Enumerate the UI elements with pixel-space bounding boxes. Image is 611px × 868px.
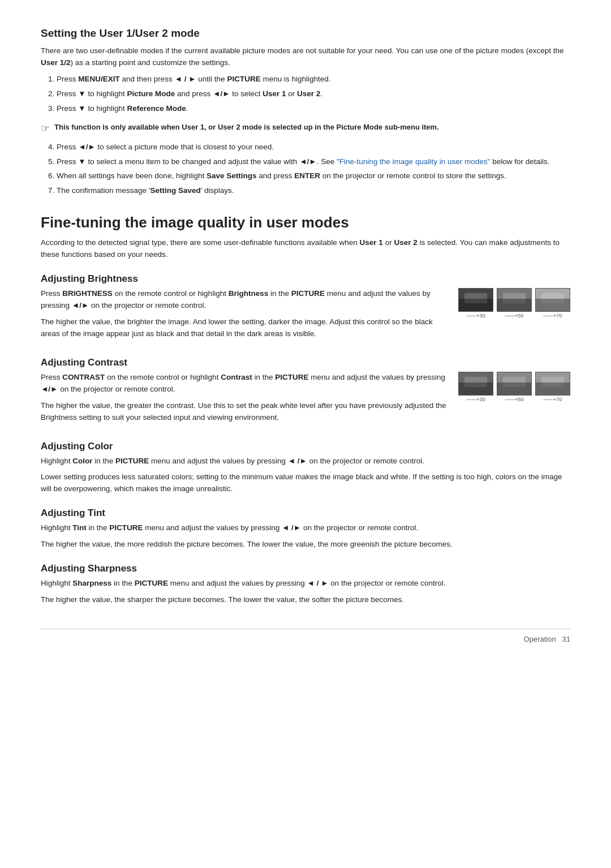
sharpness-para2: The higher the value, the sharper the pi… <box>41 594 570 606</box>
sharpness-para1: Highlight Sharpness in the PICTURE menu … <box>41 578 570 590</box>
brightness-label-30: ——+30 <box>466 313 485 319</box>
contrast-img-3: ——+70 <box>535 372 570 402</box>
brightness-content: Press BRIGHTNESS on the remote control o… <box>41 288 570 345</box>
tint-para1: Highlight Tint in the PICTURE menu and a… <box>41 522 570 534</box>
contrast-para2: The higher the value, the greater the co… <box>41 400 448 424</box>
contrast-label-30: ——+30 <box>466 397 485 402</box>
contrast-images: ——+30 ——+50 ——+70 <box>458 372 570 402</box>
color-heading: Adjusting Color <box>41 441 570 452</box>
section1-steps-list: Press MENU/EXIT and then press ◄ / ► unt… <box>57 74 570 115</box>
brightness-para2: The higher the value, the brighter the i… <box>41 316 448 340</box>
brightness-thumb-30 <box>458 288 493 312</box>
contrast-thumb-70 <box>535 372 570 396</box>
section1-intro: There are two user-definable modes if th… <box>41 45 570 69</box>
color-para2: Lower setting produces less saturated co… <box>41 471 570 495</box>
subsection-tint: Adjusting Tint Highlight Tint in the PIC… <box>41 508 570 551</box>
sharpness-heading: Adjusting Sharpness <box>41 563 570 574</box>
contrast-img-1: ——+30 <box>458 372 493 402</box>
note-box: ☞ This function is only available when U… <box>41 122 570 135</box>
contrast-thumb-30 <box>458 372 493 396</box>
step-6: When all settings have been done, highli… <box>57 170 570 182</box>
contrast-img-row: ——+30 ——+50 ——+70 <box>458 372 570 402</box>
contrast-thumb-50 <box>497 372 532 396</box>
contrast-heading: Adjusting Contrast <box>41 357 570 368</box>
brightness-img-2: ——+50 <box>497 288 532 319</box>
note-text: This function is only available when Use… <box>54 122 439 133</box>
subsection-contrast: Adjusting Contrast Press CONTRAST on the… <box>41 357 570 428</box>
brightness-thumb-70 <box>535 288 570 312</box>
section2-intro: According to the detected signal type, t… <box>41 237 570 261</box>
finetuning-link[interactable]: "Fine-tuning the image quality in user m… <box>337 157 490 166</box>
subsection-brightness: Adjusting Brightness Press BRIGHTNESS on… <box>41 273 570 345</box>
step-2: Press ▼ to highlight Picture Mode and pr… <box>57 88 570 100</box>
step-3: Press ▼ to highlight Reference Mode. <box>57 103 570 115</box>
brightness-para1: Press BRIGHTNESS on the remote control o… <box>41 288 448 312</box>
contrast-para1: Press CONTRAST on the remote control or … <box>41 372 448 396</box>
brightness-img-1: ——+30 <box>458 288 493 319</box>
section1-steps2-list: Press ◄/► to select a picture mode that … <box>57 141 570 197</box>
tint-heading: Adjusting Tint <box>41 508 570 519</box>
note-icon: ☞ <box>41 122 50 135</box>
color-para1: Highlight Color in the PICTURE menu and … <box>41 456 570 467</box>
section1-heading: Setting the User 1/User 2 mode <box>41 27 570 40</box>
contrast-label-50: ——+50 <box>505 397 523 402</box>
brightness-images: ——+30 ——+50 ——+70 <box>458 288 570 319</box>
footer: Operation 31 <box>41 629 570 643</box>
brightness-heading: Adjusting Brightness <box>41 273 570 285</box>
subsection-sharpness: Adjusting Sharpness Highlight Sharpness … <box>41 563 570 606</box>
subsection-color: Adjusting Color Highlight Color in the P… <box>41 441 570 496</box>
brightness-label-70: ——+70 <box>543 313 562 319</box>
brightness-text: Press BRIGHTNESS on the remote control o… <box>41 288 448 345</box>
contrast-content: Press CONTRAST on the remote control or … <box>41 372 570 428</box>
contrast-label-70: ——+70 <box>543 397 562 402</box>
section2-heading: Fine-tuning the image quality in user mo… <box>41 214 570 231</box>
contrast-text: Press CONTRAST on the remote control or … <box>41 372 448 428</box>
brightness-img-3: ——+70 <box>535 288 570 319</box>
brightness-label-50: ——+50 <box>505 313 523 319</box>
bold-user12: User 1/2 <box>41 58 71 67</box>
step-1: Press MENU/EXIT and then press ◄ / ► unt… <box>57 74 570 85</box>
step-7: The confirmation message 'Setting Saved'… <box>57 185 570 197</box>
contrast-img-2: ——+50 <box>497 372 532 402</box>
brightness-thumb-50 <box>497 288 532 312</box>
brightness-img-row: ——+30 ——+50 ——+70 <box>458 288 570 319</box>
tint-para2: The higher the value, the more reddish t… <box>41 539 570 551</box>
step-5: Press ▼ to select a menu item to be chan… <box>57 156 570 168</box>
step-4: Press ◄/► to select a picture mode that … <box>57 141 570 153</box>
section-finetuning: Fine-tuning the image quality in user mo… <box>41 214 570 606</box>
footer-label: Operation 31 <box>524 635 570 643</box>
section-user-mode: Setting the User 1/User 2 mode There are… <box>41 27 570 197</box>
